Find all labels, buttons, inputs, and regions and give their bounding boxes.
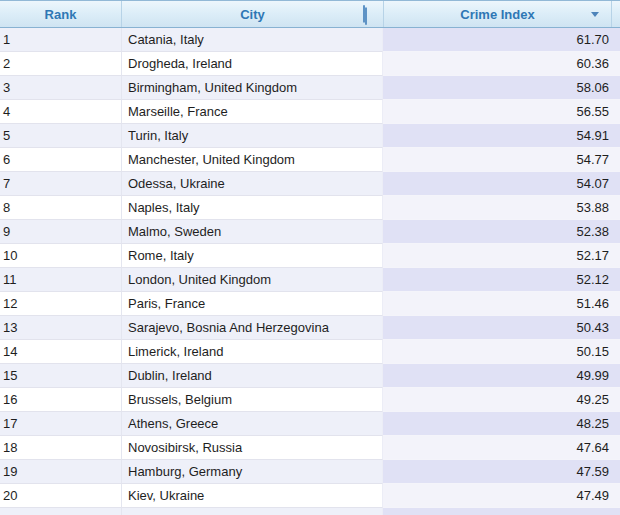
sort-both-icon[interactable]	[363, 8, 372, 21]
rank-cell: 11	[0, 268, 122, 292]
table-row: 10 Rome, Italy 52.17	[0, 244, 620, 268]
city-cell: Paris, France	[122, 292, 383, 316]
table-body: 1 Catania, Italy 61.70 2 Drogheda, Irela…	[0, 28, 620, 508]
city-cell: Limerick, Ireland	[122, 340, 383, 364]
table-row: 3 Birmingham, United Kingdom 58.06	[0, 76, 620, 100]
rank-cell: 4	[0, 100, 122, 124]
crime-index-cell: 61.70	[383, 28, 620, 52]
crime-index-cell: 58.06	[383, 76, 620, 100]
rank-cell: 16	[0, 388, 122, 412]
column-header-crime-index[interactable]: Crime Index	[384, 1, 612, 27]
crime-index-cell: 52.17	[383, 244, 620, 268]
city-cell: Malmo, Sweden	[122, 220, 383, 244]
crime-index-cell: 49.25	[383, 388, 620, 412]
column-header-city-label: City	[240, 7, 265, 22]
rank-cell: 1	[0, 28, 122, 52]
table-row: 11 London, United Kingdom 52.12	[0, 268, 620, 292]
rank-cell: 17	[0, 412, 122, 436]
rank-cell: 8	[0, 196, 122, 220]
table-row: 16 Brussels, Belgium 49.25	[0, 388, 620, 412]
city-cell: Novosibirsk, Russia	[122, 436, 383, 460]
table-row: 20 Kiev, Ukraine 47.49	[0, 484, 620, 508]
sort-descending-icon[interactable]	[591, 12, 599, 17]
rank-cell: 14	[0, 340, 122, 364]
rank-cell: 15	[0, 364, 122, 388]
table-row: 7 Odessa, Ukraine 54.07	[0, 172, 620, 196]
city-cell: Catania, Italy	[122, 28, 383, 52]
crime-index-cell: 53.88	[383, 196, 620, 220]
city-cell: Turin, Italy	[122, 124, 383, 148]
rank-cell: 13	[0, 316, 122, 340]
crime-index-table: Rank City Crime Index 1 Catania, Italy 6…	[0, 0, 620, 515]
rank-cell: 20	[0, 484, 122, 508]
table-row: 8 Naples, Italy 53.88	[0, 196, 620, 220]
table-header-row: Rank City Crime Index	[0, 0, 620, 28]
rank-cell: 10	[0, 244, 122, 268]
rank-cell: 3	[0, 76, 122, 100]
table-row: 4 Marseille, France 56.55	[0, 100, 620, 124]
city-cell: Odessa, Ukraine	[122, 172, 383, 196]
crime-index-cell: 60.36	[383, 52, 620, 76]
table-row: 15 Dublin, Ireland 49.99	[0, 364, 620, 388]
city-cell: Birmingham, United Kingdom	[122, 76, 383, 100]
city-cell: Drogheda, Ireland	[122, 52, 383, 76]
column-header-rank-label: Rank	[45, 7, 77, 22]
crime-index-cell: 54.77	[383, 148, 620, 172]
table-row: 2 Drogheda, Ireland 60.36	[0, 52, 620, 76]
table-row: 6 Manchester, United Kingdom 54.77	[0, 148, 620, 172]
table-row-partial	[0, 508, 620, 515]
rank-cell: 9	[0, 220, 122, 244]
table-row: 14 Limerick, Ireland 50.15	[0, 340, 620, 364]
table-row: 19 Hamburg, Germany 47.59	[0, 460, 620, 484]
crime-index-cell: 54.91	[383, 124, 620, 148]
crime-index-cell: 47.59	[383, 460, 620, 484]
crime-index-cell: 52.38	[383, 220, 620, 244]
crime-index-cell: 48.25	[383, 412, 620, 436]
crime-index-cell: 56.55	[383, 100, 620, 124]
rank-cell: 6	[0, 148, 122, 172]
rank-cell: 12	[0, 292, 122, 316]
city-cell: London, United Kingdom	[122, 268, 383, 292]
table-row: 1 Catania, Italy 61.70	[0, 28, 620, 52]
table-row: 13 Sarajevo, Bosnia And Herzegovina 50.4…	[0, 316, 620, 340]
crime-index-cell: 51.46	[383, 292, 620, 316]
table-row: 12 Paris, France 51.46	[0, 292, 620, 316]
crime-index-cell: 47.64	[383, 436, 620, 460]
header-filler	[612, 1, 620, 27]
city-cell: Kiev, Ukraine	[122, 484, 383, 508]
rank-cell: 7	[0, 172, 122, 196]
city-cell: Naples, Italy	[122, 196, 383, 220]
city-cell: Sarajevo, Bosnia And Herzegovina	[122, 316, 383, 340]
rank-cell: 2	[0, 52, 122, 76]
column-header-city[interactable]: City	[122, 1, 384, 27]
table-row: 9 Malmo, Sweden 52.38	[0, 220, 620, 244]
city-cell: Hamburg, Germany	[122, 460, 383, 484]
crime-index-cell: 54.07	[383, 172, 620, 196]
rank-cell: 5	[0, 124, 122, 148]
city-cell: Brussels, Belgium	[122, 388, 383, 412]
rank-cell: 19	[0, 460, 122, 484]
city-cell: Marseille, France	[122, 100, 383, 124]
column-header-rank[interactable]: Rank	[0, 1, 122, 27]
table-row: 18 Novosibirsk, Russia 47.64	[0, 436, 620, 460]
crime-index-cell: 52.12	[383, 268, 620, 292]
crime-index-cell: 50.43	[383, 316, 620, 340]
city-cell: Rome, Italy	[122, 244, 383, 268]
column-header-crime-index-label: Crime Index	[460, 7, 534, 22]
city-cell: Dublin, Ireland	[122, 364, 383, 388]
crime-index-cell: 49.99	[383, 364, 620, 388]
city-cell: Manchester, United Kingdom	[122, 148, 383, 172]
rank-cell: 18	[0, 436, 122, 460]
table-row: 17 Athens, Greece 48.25	[0, 412, 620, 436]
table-row: 5 Turin, Italy 54.91	[0, 124, 620, 148]
city-cell: Athens, Greece	[122, 412, 383, 436]
crime-index-cell: 50.15	[383, 340, 620, 364]
crime-index-cell: 47.49	[383, 484, 620, 508]
